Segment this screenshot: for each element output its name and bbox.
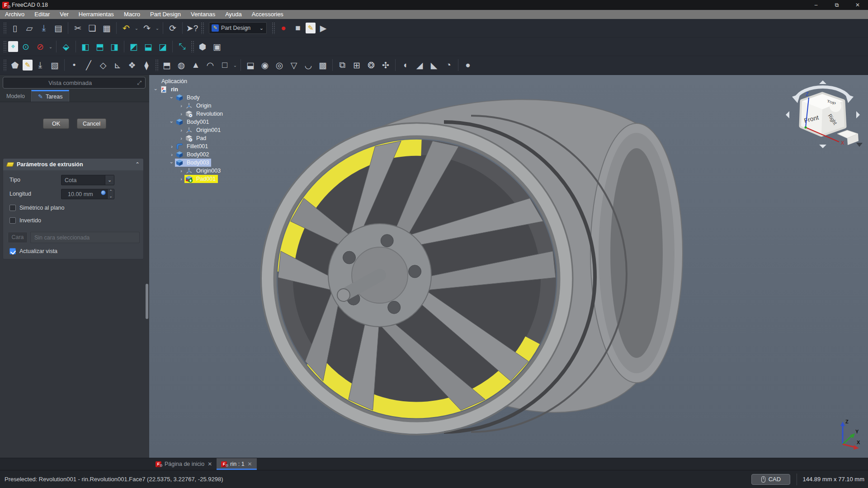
panel-scrollbar[interactable] (146, 284, 148, 319)
toolbar-grip[interactable] (201, 22, 204, 34)
minimize-button[interactable]: – (806, 0, 826, 10)
reversed-checkbox[interactable] (9, 217, 16, 224)
view-axonometric-icon[interactable]: ⬙ (59, 40, 73, 53)
sketch-tools-icon[interactable]: ▧ (48, 58, 61, 72)
datum-point-icon[interactable]: • (67, 58, 81, 72)
cut-icon[interactable]: ✂ (71, 21, 85, 35)
refresh-icon[interactable]: ⟳ (166, 21, 179, 35)
tree-item-origin[interactable]: ›Origin (153, 102, 225, 110)
macro-play-icon[interactable]: ▶ (316, 21, 330, 35)
subtractive-loft-icon[interactable]: ▽ (287, 58, 301, 72)
tree-item-origin001[interactable]: ›Origin001 (153, 126, 225, 134)
redo-dropdown-icon[interactable]: ⌄ (155, 21, 160, 35)
menu-item-editar[interactable]: Editar (29, 10, 55, 19)
toolbar-grip[interactable] (191, 41, 194, 52)
macro-record-icon[interactable]: ● (277, 21, 290, 35)
datum-line-icon[interactable]: ╱ (82, 58, 95, 72)
expander-icon[interactable]: › (169, 152, 175, 157)
tree-item-revolution[interactable]: ›Revolution (153, 110, 225, 118)
menu-item-accessories[interactable]: Accessories (247, 10, 288, 19)
close-tab-icon[interactable]: ✕ (208, 461, 212, 467)
tree-item-body003[interactable]: ›Body003 (153, 159, 225, 167)
undo-icon[interactable]: ↶ (119, 21, 133, 35)
navcube-menu-dropdown[interactable] (856, 143, 863, 147)
fillet-icon[interactable]: ◖ (398, 58, 412, 72)
3d-viewport[interactable]: Aplicación›rin›Body›Origin›Revolution›Bo… (149, 75, 868, 458)
toolbar-grip[interactable] (3, 41, 6, 52)
draw-style-icon[interactable]: ⊘ (33, 40, 47, 53)
create-part-icon[interactable]: ⬢ (196, 40, 209, 53)
collapse-icon[interactable]: ⌃ (135, 161, 140, 168)
expander-icon[interactable]: › (178, 127, 184, 133)
symmetric-checkbox[interactable] (9, 205, 16, 211)
polar-pattern-icon[interactable]: ❂ (364, 58, 378, 72)
map-sketch-icon[interactable]: ⤓ (33, 58, 47, 72)
open-file-icon[interactable]: ▱ (23, 21, 36, 35)
spin-up-icon[interactable]: ⌃ (108, 189, 114, 194)
chamfer-icon[interactable]: ◢ (413, 58, 426, 72)
fit-all-icon[interactable]: ⌖ (8, 41, 18, 52)
revolution-icon[interactable]: ◍ (175, 58, 188, 72)
mouse-mode-button[interactable]: CAD (751, 474, 790, 485)
tree-item-pad001[interactable]: ›Pad001 (153, 175, 225, 183)
view-top-icon[interactable]: ⬒ (93, 40, 107, 53)
length-input[interactable]: 10.00 mm ⌃⌄ (61, 189, 114, 199)
toolbar-grip[interactable] (272, 22, 275, 34)
face-button[interactable]: Cara (8, 232, 28, 243)
expander-icon[interactable]: › (178, 176, 184, 182)
chevron-down-icon[interactable]: ⌄ (105, 175, 114, 185)
toolbar-grip[interactable] (3, 59, 6, 71)
save-file-icon[interactable]: ⤓ (37, 21, 51, 35)
tree-item-aplicaci-n[interactable]: Aplicación (153, 77, 225, 85)
draw-style-dropdown-icon[interactable]: ⌄ (48, 40, 53, 53)
expander-icon[interactable]: › (169, 119, 175, 125)
arrow-right[interactable] (856, 111, 860, 118)
copy-icon[interactable]: ❏ (85, 21, 99, 35)
menu-item-archivo[interactable]: Archivo (0, 10, 29, 19)
toolbar-grip[interactable] (3, 22, 6, 34)
face-input[interactable] (30, 232, 140, 243)
tab-modelo[interactable]: Modelo (0, 91, 31, 102)
menu-item-ver[interactable]: Ver (55, 10, 74, 19)
hole-icon[interactable]: ◉ (258, 58, 272, 72)
arrow-left[interactable] (786, 111, 789, 118)
spin-down-icon[interactable]: ⌄ (108, 194, 114, 199)
expander-icon[interactable]: › (169, 144, 175, 149)
new-file-icon[interactable]: ▯ (8, 21, 22, 35)
lug-hole[interactable] (388, 301, 401, 314)
additive-primitive-dropdown-icon[interactable]: ⌄ (232, 58, 238, 72)
rotate-left-arrow[interactable] (792, 94, 800, 103)
expander-icon[interactable]: › (178, 168, 184, 174)
create-group-icon[interactable]: ▣ (210, 40, 224, 53)
subtractive-primitive-icon[interactable]: ▩ (316, 58, 330, 72)
tree-item-fillet001[interactable]: ›Fillet001 (153, 142, 225, 150)
view-left-icon[interactable]: ◪ (156, 40, 170, 53)
tab-rin-document[interactable]: F rin : 1 ✕ (217, 458, 256, 470)
expression-icon[interactable] (101, 190, 106, 195)
menu-item-ayuda[interactable]: Ayuda (220, 10, 247, 19)
expander-icon[interactable]: › (153, 86, 159, 93)
tree-item-rin[interactable]: ›rin (153, 85, 225, 94)
close-tab-icon[interactable]: ✕ (248, 461, 252, 467)
print-icon[interactable]: ▤ (52, 21, 65, 35)
thickness-icon[interactable]: ◔ (442, 58, 455, 72)
tab-tareas[interactable]: ✎ Tareas (31, 90, 69, 102)
additive-pipe-icon[interactable]: ◠ (203, 58, 217, 72)
multitransform-icon[interactable]: ✣ (379, 58, 392, 72)
draft-icon[interactable]: ◣ (427, 58, 441, 72)
restore-button[interactable]: ⧉ (826, 0, 847, 10)
subtractive-pipe-icon[interactable]: ◡ (302, 58, 315, 72)
tree-item-origin003[interactable]: ›Origin003 (153, 167, 225, 175)
paste-icon[interactable]: ▦ (100, 21, 113, 35)
create-sketch-icon[interactable]: ✎ (23, 60, 33, 70)
tree-item-body001[interactable]: ›Body001 (153, 118, 225, 126)
undo-dropdown-icon[interactable]: ⌄ (134, 21, 139, 35)
local-coordinate-system-icon[interactable]: ⊾ (111, 58, 124, 72)
clone-icon[interactable]: ⧫ (140, 58, 153, 72)
view-rear-icon[interactable]: ◩ (127, 40, 141, 53)
combo-view-titlebar[interactable]: Vista combinada ⤢ (3, 77, 146, 89)
expander-icon[interactable]: › (169, 94, 175, 101)
arrow-up[interactable] (819, 80, 826, 84)
additive-loft-icon[interactable]: ▲ (189, 58, 203, 72)
pocket-icon[interactable]: ⬓ (244, 58, 257, 72)
